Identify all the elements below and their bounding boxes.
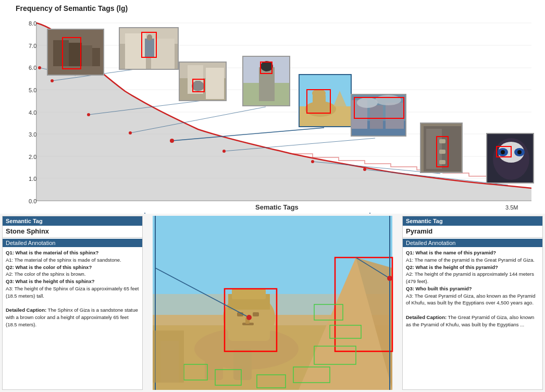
svg-text:1.0: 1.0 <box>29 176 36 182</box>
left-q3: Q3: What is the height of this sphinx? <box>6 278 94 284</box>
svg-point-78 <box>357 97 378 108</box>
left-annotation-header: Detailed Annotation <box>3 239 142 247</box>
svg-point-38 <box>311 160 314 163</box>
svg-point-123 <box>246 315 252 320</box>
svg-text:8.0: 8.0 <box>29 20 36 27</box>
chart-area: Frequency of Semantic Tags (lg) 0.0 1.0 … <box>0 0 545 214</box>
svg-point-79 <box>375 95 401 105</box>
svg-rect-48 <box>125 33 146 70</box>
svg-rect-76 <box>370 105 383 129</box>
svg-text:0.0: 0.0 <box>29 198 36 204</box>
right-a3: A3: The Great Pyramid of Giza, also know… <box>406 293 536 306</box>
right-a1: A1: The name of the pyramid is the Great… <box>406 257 535 263</box>
svg-rect-56 <box>206 68 224 99</box>
right-panel-header: Semantic Tag <box>403 216 542 226</box>
svg-point-94 <box>517 150 522 154</box>
thumb-stormy-clouds: stormy clouds <box>351 94 406 137</box>
svg-point-34 <box>87 113 90 116</box>
svg-rect-85 <box>439 150 445 154</box>
svg-point-32 <box>38 66 41 69</box>
svg-rect-107 <box>232 289 266 299</box>
svg-text:4.0: 4.0 <box>29 109 36 116</box>
svg-rect-42 <box>69 43 82 66</box>
thumb-batting-helmet: batting helmet <box>242 56 290 106</box>
svg-point-93 <box>501 150 505 154</box>
thumb-person: person <box>47 29 104 76</box>
thumb-blue-black-eyes: blue and black eyes <box>486 133 534 183</box>
svg-rect-58 <box>195 81 201 85</box>
svg-text:3.0: 3.0 <box>29 131 36 138</box>
thumb-stone-sphinx: Stone Sphinx <box>299 74 352 127</box>
left-a3: A3: The height of the Sphinx of Giza is … <box>6 286 139 299</box>
svg-point-70 <box>312 89 326 97</box>
svg-point-33 <box>51 79 54 82</box>
svg-rect-50 <box>145 39 154 57</box>
svg-text:3.5M: 3.5M <box>505 204 518 211</box>
right-panel: Semantic Tag Pyramid Detailed Annotation… <box>402 216 543 390</box>
right-q3: Q3: Who built this pyramid? <box>406 286 472 291</box>
svg-rect-109 <box>253 312 259 316</box>
left-annotation-body: Q1: What is the material of this sphinx?… <box>3 247 142 330</box>
right-q2: Q2: What is the height of this pyramid? <box>406 264 498 270</box>
right-a2: A2: The height of the pyramid is approxi… <box>406 271 534 284</box>
svg-rect-77 <box>386 103 404 129</box>
svg-rect-41 <box>53 40 69 66</box>
thumb-cat: cat <box>179 62 227 101</box>
svg-rect-43 <box>82 45 92 66</box>
svg-point-39 <box>363 168 366 171</box>
svg-rect-103 <box>233 349 252 380</box>
svg-text:6.0: 6.0 <box>29 65 36 71</box>
svg-rect-44 <box>92 48 100 66</box>
right-annotation-header: Detailed Annotation <box>403 239 542 247</box>
svg-text:7.0: 7.0 <box>29 43 36 49</box>
svg-point-36 <box>170 139 174 143</box>
right-panel-tag: Pyramid <box>403 226 542 238</box>
svg-text:5.0: 5.0 <box>29 87 36 93</box>
left-panel-header: Semantic Tag <box>3 216 142 226</box>
left-q2: Q2: What is the color of this sphinx? <box>6 264 92 270</box>
left-caption-label: Detailed Caption: <box>6 307 46 313</box>
left-a1: A1: The material of the sphinx is made o… <box>6 257 121 263</box>
svg-rect-49 <box>151 39 175 70</box>
right-q1: Q1: What is the name of this pyramid? <box>406 250 496 255</box>
left-panel: Semantic Tag Stone Sphinx Detailed Annot… <box>2 216 143 390</box>
svg-rect-86 <box>439 160 445 164</box>
svg-point-35 <box>129 131 132 134</box>
left-q1: Q1: What is the material of this sphinx? <box>6 250 98 255</box>
svg-rect-128 <box>160 341 179 383</box>
bottom-area: Semantic Tag Stone Sphinx Detailed Annot… <box>0 214 545 392</box>
center-image <box>146 216 399 390</box>
thumb-metal-latches: old metal latches <box>420 123 463 173</box>
center-svg <box>146 216 399 390</box>
thumb-backpack: backpack <box>119 27 179 70</box>
svg-point-126 <box>387 276 392 281</box>
left-a2: A2: The color of the sphinx is brown. <box>6 271 86 277</box>
svg-text:Sematic Tags: Sematic Tags <box>255 203 299 211</box>
right-annotation-body: Q1: What is the name of this pyramid? A1… <box>403 247 542 330</box>
left-panel-tag: Stone Sphinx <box>3 226 142 238</box>
right-caption-label: Detailed Caption: <box>406 314 447 320</box>
svg-rect-84 <box>439 139 445 143</box>
svg-text:2.0: 2.0 <box>29 154 36 160</box>
svg-rect-51 <box>147 34 152 41</box>
svg-point-37 <box>222 150 226 153</box>
